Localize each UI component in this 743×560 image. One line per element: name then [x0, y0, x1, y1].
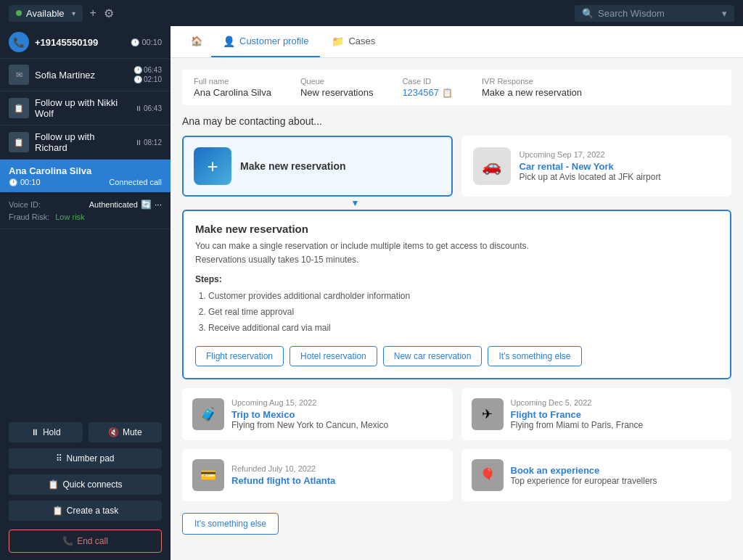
- car-icon: 🚗: [482, 157, 501, 176]
- its-something-else-button[interactable]: It's something else: [182, 513, 279, 535]
- create-task-button[interactable]: 📋 Create a task: [9, 501, 162, 521]
- its-something-else-button-panel[interactable]: It's something else: [488, 346, 581, 366]
- step-3: Receive additional card via mail: [208, 321, 718, 337]
- card-make-new-reservation[interactable]: + Make new reservation: [182, 136, 453, 197]
- top-bar: Available ▾ + ⚙ 🔍 ▾: [0, 0, 743, 26]
- end-call-icon: 📞: [62, 536, 73, 546]
- sidebar: 📞 +19145550199 🕐 00:10 ✉ Sofia Martinez …: [0, 26, 171, 560]
- card-refund-atlanta-title: Refund flight to Atlanta: [231, 475, 335, 486]
- refresh-icon[interactable]: 🔄: [141, 199, 152, 210]
- status-label: Available: [26, 8, 65, 19]
- hold-mute-row: ⏸ Hold 🔇 Mute: [9, 422, 162, 442]
- contact-time-nikki: ⏸06:43: [135, 104, 162, 112]
- copy-icon[interactable]: 📋: [442, 88, 453, 98]
- contact-time-sofia: 🕐06:43 🕐02:10: [134, 66, 162, 83]
- cases-icon: 📁: [332, 36, 344, 47]
- card-flight-france-date: Upcoming Dec 5, 2022: [511, 398, 644, 407]
- steps-label: Steps:: [195, 274, 718, 284]
- expanded-panel-desc: You can make a single reservation or inc…: [195, 239, 718, 267]
- tab-home[interactable]: 🏠: [182, 26, 211, 57]
- search-input[interactable]: [598, 8, 707, 19]
- contact-time-richard: ⏸08:12: [135, 139, 162, 147]
- search-dropdown-icon[interactable]: ▾: [722, 8, 727, 19]
- card-make-new-reservation-title: Make new reservation: [240, 160, 346, 172]
- steps-list: Customer provides additional cardholder …: [195, 289, 718, 336]
- book-experience-icon: 🎈: [472, 459, 504, 491]
- primary-cards-grid: + Make new reservation 🚗 Upcoming Sep 17…: [182, 136, 731, 197]
- tab-customer-profile[interactable]: 👤 Customer profile: [211, 26, 320, 57]
- step-2: Get real time approval: [208, 305, 718, 321]
- tabs-bar: 🏠 👤 Customer profile 📁 Cases: [171, 26, 743, 58]
- status-dot: [16, 10, 22, 16]
- plus-icon: +: [207, 155, 218, 178]
- fraud-value: Low risk: [55, 213, 84, 221]
- number-pad-button[interactable]: ⠿ Number pad: [9, 448, 162, 469]
- section-heading: Ana may be contacting about...: [182, 115, 731, 127]
- contact-item-sofia[interactable]: ✉ Sofia Martinez 🕐06:43 🕐02:10: [0, 59, 171, 91]
- tab-cases[interactable]: 📁 Cases: [320, 26, 387, 57]
- card-car-rental-desc: Pick up at Avis located at JFK airport: [520, 172, 661, 182]
- call-details: Voice ID: Authenticated 🔄 ··· Fraud Risk…: [0, 192, 171, 229]
- card-trip-mexico-title: Trip to Mexico: [231, 409, 388, 420]
- settings-icon[interactable]: ⚙: [104, 7, 114, 20]
- hold-icon: ⏸: [30, 427, 39, 437]
- search-icon: 🔍: [582, 8, 594, 19]
- search-bar: 🔍 ▾: [575, 5, 734, 22]
- card-trip-mexico-info: Upcoming Aug 15, 2022 Trip to Mexico Fly…: [231, 398, 388, 430]
- new-car-reservation-button[interactable]: New car reservation: [383, 346, 483, 366]
- fraud-row: Fraud Risk: Low risk: [9, 213, 162, 221]
- quick-connects-button[interactable]: 📋 Quick connects: [9, 474, 162, 495]
- main-content: 🏠 👤 Customer profile 📁 Cases Full name A…: [171, 26, 743, 560]
- active-call-timer: 🕐 00:10: [9, 178, 41, 186]
- card-trip-mexico[interactable]: 🧳 Upcoming Aug 15, 2022 Trip to Mexico F…: [182, 388, 453, 440]
- card-flight-france-info: Upcoming Dec 5, 2022 Flight to France Fl…: [511, 398, 644, 430]
- customer-info-bar: Full name Ana Carolina Silva Queue New r…: [182, 70, 731, 105]
- mute-icon: 🔇: [108, 427, 119, 437]
- card-refund-atlanta[interactable]: 💳 Refunded July 10, 2022 Refund flight t…: [182, 449, 453, 501]
- card-flight-france-desc: Flying from Miami to Paris, France: [511, 420, 644, 430]
- voice-id-value: Authenticated 🔄 ···: [89, 199, 162, 210]
- call-number: +19145550199: [35, 37, 125, 48]
- card-car-rental-title: Car rental - New York: [520, 161, 661, 172]
- card-car-rental-info: Upcoming Sep 17, 2022 Car rental - New Y…: [520, 150, 661, 182]
- expanded-panel-title: Make new reservation: [195, 223, 718, 235]
- end-call-button[interactable]: 📞 End call: [9, 530, 162, 553]
- card-flight-france[interactable]: ✈ Upcoming Dec 5, 2022 Flight to France …: [461, 388, 732, 440]
- card-trip-mexico-date: Upcoming Aug 15, 2022: [231, 398, 388, 407]
- refund-atlanta-icon: 💳: [192, 459, 224, 491]
- card-make-new-reservation-info: Make new reservation: [240, 160, 346, 172]
- contact-name-nikki: Follow up with Nikki Wolf: [35, 97, 129, 119]
- info-full-name: Full name Ana Carolina Silva: [194, 77, 271, 98]
- info-queue: Queue New reservations: [300, 77, 373, 98]
- active-call-meta: 🕐 00:10 Connected call: [9, 178, 162, 186]
- mute-button[interactable]: 🔇 Mute: [89, 422, 163, 442]
- quick-connects-icon: 📋: [48, 479, 59, 490]
- card-book-experience-title: Book an experience: [511, 465, 657, 476]
- active-call-status: Connected call: [109, 178, 162, 186]
- contact-item-richard[interactable]: 📋 Follow up with Richard ⏸08:12: [0, 125, 171, 160]
- card-book-experience-info: Book an experience Top experience for eu…: [511, 465, 657, 486]
- card-car-rental[interactable]: 🚗 Upcoming Sep 17, 2022 Car rental - New…: [461, 136, 732, 197]
- chevron-down-icon: ▾: [72, 9, 75, 17]
- contact-name-richard: Follow up with Richard: [35, 131, 129, 153]
- call-item[interactable]: 📞 +19145550199 🕐 00:10: [0, 26, 171, 59]
- profile-icon: 👤: [223, 36, 235, 47]
- call-info: +19145550199: [35, 37, 125, 48]
- card-book-experience[interactable]: 🎈 Book an experience Top experience for …: [461, 449, 732, 501]
- card-book-experience-desc: Top experience for europear travellers: [511, 476, 657, 486]
- card-car-rental-date: Upcoming Sep 17, 2022: [520, 150, 661, 159]
- more-icon[interactable]: ···: [155, 199, 162, 210]
- hotel-reservation-button[interactable]: Hotel reservation: [290, 346, 377, 366]
- active-call-block: Ana Carolina Silva 🕐 00:10 Connected cal…: [0, 160, 171, 192]
- status-selector[interactable]: Available ▾: [9, 5, 83, 22]
- contact-item-nikki[interactable]: 📋 Follow up with Nikki Wolf ⏸06:43: [0, 91, 171, 125]
- hold-button[interactable]: ⏸ Hold: [9, 422, 83, 442]
- add-icon[interactable]: +: [90, 7, 97, 20]
- call-icon: 📞: [9, 32, 29, 52]
- card-trip-mexico-desc: Flying from New York to Cancun, Mexico: [231, 420, 388, 430]
- flight-reservation-button[interactable]: Flight reservation: [195, 346, 284, 366]
- action-buttons: Flight reservation Hotel reservation New…: [195, 346, 718, 366]
- case-id-link[interactable]: 1234567 📋: [402, 87, 453, 98]
- voice-id-label: Voice ID:: [9, 200, 41, 209]
- contact-name-sofia: Sofia Martinez: [35, 70, 128, 81]
